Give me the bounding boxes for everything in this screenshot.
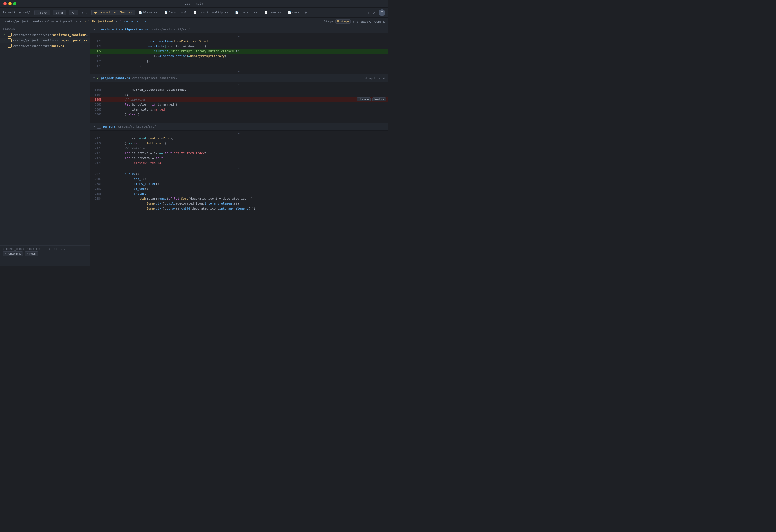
- pull-button[interactable]: ↓ Pull: [53, 10, 66, 15]
- push-icon: ↑: [27, 252, 28, 255]
- line-content-3566: let bg_color = if is_marked {: [108, 102, 388, 107]
- filename-2: project_panel.rs: [59, 39, 88, 42]
- line-content-3563: marked_selections: selections,: [108, 87, 388, 93]
- line-content-170: .icon_position(IconPosition::Start): [108, 39, 388, 44]
- line-num-2384: 2384: [90, 196, 104, 201]
- line-indicator-175: [104, 64, 108, 68]
- sidebar-item-assistant-config[interactable]: ✓ crates/assistant2/src/assistant_config…: [0, 32, 90, 37]
- code-line-3565: 3565 ✦ // bookmark Unstage Restore: [90, 98, 388, 102]
- line-num-2174: 2174: [90, 141, 104, 146]
- scroll-down-icon: ⋯: [238, 69, 240, 73]
- line-content-2175: // bookmark: [108, 146, 388, 151]
- uncommit-button[interactable]: ↩ Uncommit: [3, 251, 23, 256]
- restore-line-button[interactable]: Restore: [372, 98, 386, 102]
- line-num-170: 170: [90, 39, 104, 44]
- nav-forward-button[interactable]: ›: [85, 10, 89, 15]
- line-num-2175: 2175: [90, 146, 104, 151]
- stage-down-button[interactable]: ↓: [357, 20, 358, 23]
- file-path-3: crates/workspace/src/pane.rs: [13, 44, 88, 48]
- line-indicator-170: [104, 39, 108, 44]
- tab-uncommitted-changes[interactable]: Uncommitted Changes: [91, 10, 135, 15]
- code-line-2174: 2174 ) -> impl IntoElement {: [90, 141, 388, 146]
- window-controls[interactable]: [3, 2, 16, 5]
- line-num-2382: 2382: [90, 186, 104, 191]
- diff-header-project-panel[interactable]: ▼ ✓ project_panel.rs crates/project_pane…: [90, 74, 388, 82]
- content-area: ▼ ✓ assistant_configuration.rs crates/as…: [90, 26, 388, 266]
- push-button[interactable]: ↑ Push: [25, 251, 38, 256]
- tab-commit-tooltip-rs[interactable]: 📄 commit_tooltip.rs: [190, 10, 232, 15]
- line-content-2173: cx: &mut Context<Pane>,: [108, 136, 388, 141]
- breadcrumb-bar: crates/project_panel/src/project_panel.r…: [0, 18, 388, 26]
- file-path-1: crates/assistant2/src/assistant_configur…: [13, 33, 88, 37]
- check-empty-3: [2, 44, 6, 48]
- window-title: zed — main: [185, 2, 203, 5]
- line-num-2384b: [90, 201, 104, 206]
- filename-1: assistant_configuration.rs: [53, 33, 88, 37]
- tab-bar: Uncommitted Changes 📄 blame.rs 📄 Cargo.t…: [91, 10, 355, 16]
- sidebar-item-pane[interactable]: crates/workspace/src/pane.rs: [0, 43, 90, 48]
- code-line-2175: 2175 // bookmark: [90, 146, 388, 151]
- line-num-2176: 2176: [90, 151, 104, 156]
- tab-cargo-toml[interactable]: 📄 Cargo.toml: [161, 10, 190, 15]
- line-content-2174: ) -> impl IntoElement {: [108, 141, 388, 146]
- close-button[interactable]: [3, 2, 7, 5]
- code-line-2380: 2380 .gap_1(): [90, 177, 388, 182]
- line-num-2178: 2178: [90, 161, 104, 166]
- code-line-3568: 3568 } else {: [90, 112, 388, 117]
- code-line-170: 170 .icon_position(IconPosition::Start): [90, 39, 388, 44]
- line-indicator-3563: [104, 87, 108, 93]
- line-content-3567: item_colors.marked: [108, 107, 388, 112]
- unstage-badge[interactable]: Unstage: [335, 19, 351, 24]
- fetch-button[interactable]: ↓ Fetch: [34, 10, 50, 15]
- layout-button[interactable]: ⊟: [357, 10, 363, 15]
- line-num-3568: 3568: [90, 112, 104, 117]
- line-content-2177: let is_preview = self: [108, 156, 388, 161]
- avatar[interactable]: Z: [379, 9, 385, 16]
- code-line-3566: 3566 let bg_color = if is_marked {: [90, 102, 388, 107]
- line-num-172: 172: [90, 49, 104, 54]
- diff-header-assistant[interactable]: ▼ ✓ assistant_configuration.rs crates/as…: [90, 26, 388, 33]
- file-icon: 📄: [288, 11, 291, 14]
- line-indicator-2379: [104, 172, 108, 177]
- diff-section-project-panel: ▼ ✓ project_panel.rs crates/project_pane…: [90, 74, 388, 123]
- fullscreen-button[interactable]: ⤢: [372, 10, 377, 15]
- plus-minus-button[interactable]: +/-: [68, 10, 78, 15]
- diff-section-pane: ▼ pane.rs crates/workspace/src/ ⋯ 2173 c…: [90, 123, 388, 211]
- line-indicator-2177: [104, 156, 108, 161]
- sidebar-actions: ↩ Uncommit ↑ Push: [3, 251, 88, 256]
- diff-header-pane[interactable]: ▼ pane.rs crates/workspace/src/: [90, 123, 388, 131]
- code-line-2384b: Some(div().child(decorated_icon.into_any…: [90, 201, 388, 206]
- code-line-173: 173 cx.dispatch_action(&DeployPromptLibr…: [90, 54, 388, 59]
- line-content-171: .on_click(|_event, _window, cx| {: [108, 44, 388, 49]
- chevron-down-icon-2: ▼: [93, 76, 95, 79]
- pane-path: crates/workspace/src/: [118, 125, 156, 128]
- commit-breadcrumb-button[interactable]: Commit: [374, 20, 385, 23]
- line-content-3564: };: [108, 93, 388, 98]
- tab-work[interactable]: 📄 work: [285, 10, 303, 15]
- unstage-line-button[interactable]: Unstage: [357, 98, 371, 102]
- filename-3: pane.rs: [51, 44, 64, 48]
- line-content-2384b: Some(div().child(decorated_icon.into_any…: [108, 201, 388, 206]
- jump-to-file-button[interactable]: Jump To File ↵: [365, 76, 385, 80]
- check-icon-2: ✓: [2, 38, 6, 42]
- code-area-pane: 2173 cx: &mut Context<Pane>, 2174 ) -> i…: [90, 136, 388, 211]
- line-content-2384: std::iter::once(if let Some(decorated_ic…: [108, 196, 388, 201]
- line-indicator-173: [104, 54, 108, 59]
- stage-up-button[interactable]: ↑: [353, 20, 355, 23]
- minimize-button[interactable]: [8, 2, 11, 5]
- file-icon-1: [8, 33, 11, 37]
- stage-all-button[interactable]: Stage All: [360, 20, 372, 23]
- line-content-175: ),: [108, 64, 388, 68]
- tab-blame-rs[interactable]: 📄 blame.rs: [136, 10, 161, 15]
- tab-pane-rs[interactable]: 📄 pane.rs: [261, 10, 284, 15]
- tab-project-rs[interactable]: 📄 project.rs: [232, 10, 260, 15]
- maximize-button[interactable]: [13, 2, 16, 5]
- line-num-2380: 2380: [90, 177, 104, 182]
- nav-back-button[interactable]: ‹: [80, 10, 84, 15]
- line-indicator-174: [104, 59, 108, 64]
- line-num-3563: 3563: [90, 87, 104, 93]
- split-button[interactable]: ⊞: [364, 10, 370, 15]
- add-tab-button[interactable]: +: [303, 10, 308, 16]
- pull-icon: ↓: [56, 11, 57, 14]
- sidebar-item-project-panel[interactable]: ✓ crates/project_panel/src/project_panel…: [0, 37, 90, 43]
